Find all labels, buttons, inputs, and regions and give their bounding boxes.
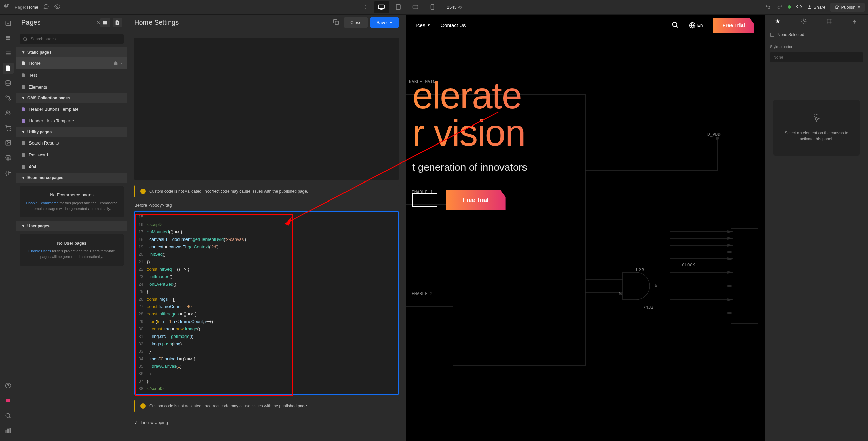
utility-pages-section[interactable]: ▼Utility pages [16, 127, 127, 137]
cms-page-icon [21, 107, 26, 112]
desktop-device-button[interactable] [374, 1, 389, 13]
checkbox-label: Line wrapping [141, 420, 168, 425]
code-editor-body[interactable]: 1516<script>17onMounted(() => {18 canvas… [134, 211, 399, 395]
line-wrapping-checkbox[interactable]: ✓ Line wrapping [134, 417, 399, 428]
svg-rect-20 [7, 429, 8, 433]
enable-users-link[interactable]: Enable Users [28, 249, 51, 253]
hero-cta-button[interactable]: Free Trial [446, 190, 506, 210]
viewport-unit: PX [458, 5, 463, 9]
left-toolbar: {F [0, 15, 16, 441]
nav-resources[interactable]: rces ▼ [416, 22, 430, 28]
interactions-tab-icon[interactable] [816, 15, 842, 28]
page-label: Elements [29, 84, 47, 90]
nav-cta-button[interactable]: Free Trial [713, 18, 754, 33]
warning-icon: ! [140, 189, 146, 194]
new-page-icon[interactable] [113, 18, 122, 27]
language-switcher[interactable]: En [689, 22, 703, 29]
settings-title: Home Settings [134, 19, 333, 26]
hero-subtitle: t generation of innovators [412, 161, 758, 173]
viewport-width[interactable]: 1543 [447, 5, 457, 10]
none-selected-text: None Selected [777, 32, 804, 37]
static-pages-section[interactable]: ▼Static pages [16, 47, 127, 57]
style-tab-icon[interactable] [765, 15, 791, 28]
tablet-landscape-button[interactable] [408, 1, 423, 13]
close-pages-icon[interactable]: ✕ [96, 19, 100, 26]
mobile-device-button[interactable] [425, 1, 440, 13]
search-tool-icon[interactable] [3, 410, 14, 421]
page-item-404[interactable]: 404 [16, 161, 127, 173]
ecommerce-info-box: No Ecommerce pages Enable Ecommerce for … [20, 186, 124, 217]
page-label: Home [29, 61, 41, 66]
chevron-right-icon[interactable]: › [121, 61, 122, 66]
enable-ecommerce-link[interactable]: Enable Ecommerce [26, 201, 59, 205]
new-folder-icon[interactable] [100, 18, 110, 27]
users-icon[interactable] [3, 108, 14, 118]
circuit-label-5: 5 [619, 291, 622, 296]
cms-icon[interactable] [3, 78, 14, 89]
search-pages-input[interactable] [20, 34, 124, 44]
page-item-search-results[interactable]: Search Results [16, 137, 127, 149]
page-label: Header Links Template [29, 118, 74, 123]
webflow-logo-icon[interactable] [3, 4, 9, 11]
publish-button[interactable]: Publish ▼ [830, 3, 865, 12]
square-icon [770, 32, 775, 37]
svg-point-11 [7, 130, 8, 131]
undo-icon[interactable] [765, 4, 771, 11]
copy-icon[interactable] [333, 19, 339, 26]
canvas-preview[interactable]: rces ▼ Contact Us En Free Trial [406, 15, 765, 441]
search-site-icon[interactable] [671, 21, 679, 30]
svg-point-46 [803, 20, 805, 22]
audit-icon[interactable] [3, 425, 14, 436]
page-item-elements[interactable]: Elements [16, 81, 127, 93]
help-icon[interactable] [3, 380, 14, 391]
circuit-label-7432: 7432 [643, 305, 653, 310]
check-icon: ✓ [134, 420, 138, 425]
comments-icon[interactable] [43, 4, 49, 11]
more-icon[interactable]: ⋮ [363, 5, 367, 9]
preview-icon[interactable] [54, 4, 60, 11]
page-item-home[interactable]: Home › [16, 57, 127, 69]
add-element-icon[interactable] [3, 18, 14, 29]
navigator-icon[interactable] [3, 48, 14, 59]
page-item-header-buttons[interactable]: Header Buttons Template [16, 103, 127, 115]
video-icon[interactable] [3, 395, 14, 406]
effects-tab-icon[interactable] [842, 15, 868, 28]
nav-contact[interactable]: Contact Us [440, 22, 466, 28]
assets-icon[interactable] [3, 137, 14, 148]
share-button[interactable]: Share [807, 5, 826, 10]
page-item-test[interactable]: Test [16, 69, 127, 81]
circuit-label-clock: CLOCK [682, 262, 695, 267]
logic-icon[interactable] [3, 93, 14, 103]
hero-section: elerate r vision t generation of innovat… [406, 36, 765, 231]
page-item-password[interactable]: Password [16, 149, 127, 161]
settings-tab-icon[interactable] [791, 15, 816, 28]
none-selected-indicator: None Selected [765, 28, 868, 41]
page-item-header-links[interactable]: Header Links Template [16, 115, 127, 127]
outline-button[interactable] [412, 193, 437, 207]
svg-point-0 [57, 6, 58, 7]
save-button[interactable]: Save▼ [370, 17, 399, 28]
style-selector-input[interactable]: None [770, 52, 863, 62]
hero-title-line2: r vision [412, 114, 758, 151]
close-button[interactable]: Close [344, 17, 368, 28]
tablet-device-button[interactable] [391, 1, 406, 13]
pages-panel: Pages ✕ ▼Static pages Home › Test Elemen… [16, 15, 127, 441]
pages-icon[interactable] [3, 63, 14, 74]
svg-rect-19 [6, 430, 7, 433]
svg-point-9 [9, 99, 11, 100]
code-export-icon[interactable] [796, 4, 802, 11]
variables-icon[interactable]: {F [3, 167, 14, 178]
components-icon[interactable] [3, 33, 14, 44]
redo-icon[interactable] [776, 4, 783, 11]
page-label: Test [29, 73, 37, 78]
circuit-label-en2: _ENABLE_2 [409, 291, 433, 296]
cms-pages-section[interactable]: ▼CMS Collection pages [16, 93, 127, 103]
current-page-name[interactable]: Home [27, 5, 38, 10]
svg-point-22 [24, 37, 27, 40]
ecommerce-icon[interactable] [3, 122, 14, 133]
user-pages-section[interactable]: ▼User pages [16, 221, 127, 231]
code-editor-head[interactable] [134, 38, 399, 180]
settings-icon[interactable] [3, 152, 14, 163]
ecommerce-pages-section[interactable]: ▼Ecommerce pages [16, 173, 127, 183]
page-label: Header Buttons Template [29, 107, 78, 112]
